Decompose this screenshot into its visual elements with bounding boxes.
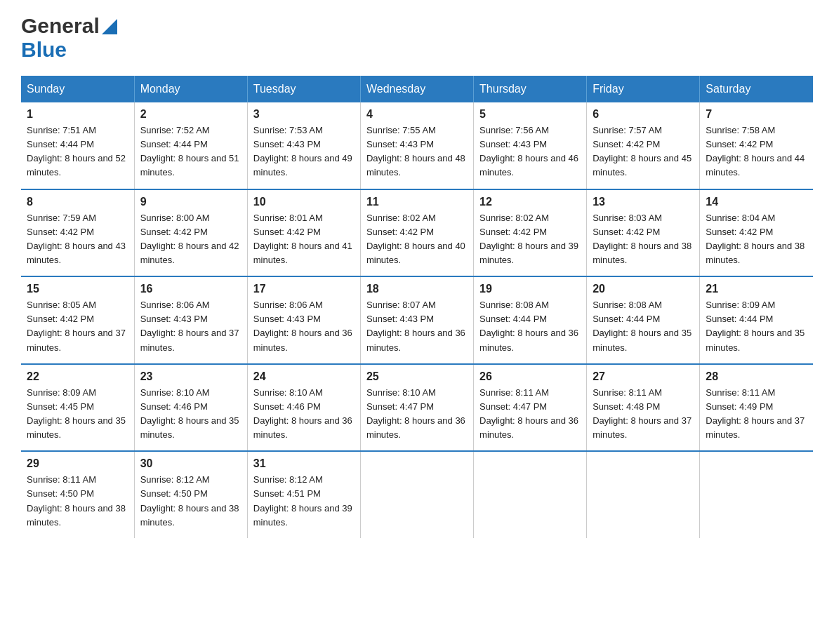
day-info: Sunrise: 8:00 AM Sunset: 4:42 PM Dayligh… bbox=[140, 211, 241, 268]
calendar-cell: 29 Sunrise: 8:11 AM Sunset: 4:50 PM Dayl… bbox=[21, 451, 134, 538]
day-info: Sunrise: 8:10 AM Sunset: 4:47 PM Dayligh… bbox=[366, 386, 468, 443]
day-number: 11 bbox=[366, 196, 468, 208]
calendar-cell bbox=[474, 451, 587, 538]
calendar-cell: 14 Sunrise: 8:04 AM Sunset: 4:42 PM Dayl… bbox=[700, 189, 813, 277]
day-info: Sunrise: 8:01 AM Sunset: 4:42 PM Dayligh… bbox=[253, 211, 355, 268]
day-info: Sunrise: 8:12 AM Sunset: 4:51 PM Dayligh… bbox=[253, 473, 355, 530]
day-info: Sunrise: 8:05 AM Sunset: 4:42 PM Dayligh… bbox=[27, 298, 128, 355]
calendar-cell: 20 Sunrise: 8:08 AM Sunset: 4:44 PM Dayl… bbox=[587, 276, 700, 364]
calendar-cell: 11 Sunrise: 8:02 AM Sunset: 4:42 PM Dayl… bbox=[360, 189, 473, 277]
week-row-3: 15 Sunrise: 8:05 AM Sunset: 4:42 PM Dayl… bbox=[21, 276, 813, 364]
calendar-cell: 28 Sunrise: 8:11 AM Sunset: 4:49 PM Dayl… bbox=[700, 364, 813, 452]
day-info: Sunrise: 8:11 AM Sunset: 4:50 PM Dayligh… bbox=[27, 473, 128, 530]
day-number: 13 bbox=[593, 196, 694, 208]
week-row-4: 22 Sunrise: 8:09 AM Sunset: 4:45 PM Dayl… bbox=[21, 364, 813, 452]
svg-marker-0 bbox=[102, 19, 117, 34]
day-number: 20 bbox=[593, 283, 694, 295]
day-number: 28 bbox=[706, 370, 807, 383]
calendar-cell bbox=[700, 451, 813, 538]
day-number: 29 bbox=[27, 457, 128, 470]
day-number: 31 bbox=[253, 457, 355, 470]
calendar-cell: 31 Sunrise: 8:12 AM Sunset: 4:51 PM Dayl… bbox=[247, 451, 360, 538]
day-number: 25 bbox=[366, 370, 468, 383]
calendar-cell: 22 Sunrise: 8:09 AM Sunset: 4:45 PM Dayl… bbox=[21, 364, 134, 452]
day-info: Sunrise: 8:08 AM Sunset: 4:44 PM Dayligh… bbox=[593, 298, 694, 355]
day-number: 7 bbox=[706, 108, 807, 121]
calendar-cell: 30 Sunrise: 8:12 AM Sunset: 4:50 PM Dayl… bbox=[134, 451, 247, 538]
logo-general: General bbox=[21, 14, 100, 38]
day-number: 21 bbox=[706, 283, 807, 295]
day-info: Sunrise: 8:10 AM Sunset: 4:46 PM Dayligh… bbox=[253, 386, 355, 443]
calendar-header: SundayMondayTuesdayWednesdayThursdayFrid… bbox=[21, 76, 813, 102]
calendar-cell: 25 Sunrise: 8:10 AM Sunset: 4:47 PM Dayl… bbox=[360, 364, 473, 452]
calendar-cell: 15 Sunrise: 8:05 AM Sunset: 4:42 PM Dayl… bbox=[21, 276, 134, 364]
calendar-cell: 7 Sunrise: 7:58 AM Sunset: 4:42 PM Dayli… bbox=[700, 102, 813, 189]
day-number: 17 bbox=[253, 283, 355, 295]
day-number: 27 bbox=[593, 370, 694, 383]
day-info: Sunrise: 7:56 AM Sunset: 4:43 PM Dayligh… bbox=[479, 123, 581, 180]
day-header-row: SundayMondayTuesdayWednesdayThursdayFrid… bbox=[21, 76, 813, 102]
day-number: 14 bbox=[706, 196, 807, 208]
day-header-saturday: Saturday bbox=[700, 76, 813, 102]
day-header-thursday: Thursday bbox=[474, 76, 587, 102]
day-info: Sunrise: 8:07 AM Sunset: 4:43 PM Dayligh… bbox=[366, 298, 468, 355]
calendar-cell: 8 Sunrise: 7:59 AM Sunset: 4:42 PM Dayli… bbox=[21, 189, 134, 277]
calendar-cell: 1 Sunrise: 7:51 AM Sunset: 4:44 PM Dayli… bbox=[21, 102, 134, 189]
day-info: Sunrise: 7:53 AM Sunset: 4:43 PM Dayligh… bbox=[253, 123, 355, 180]
logo-blue: Blue bbox=[21, 38, 67, 61]
day-info: Sunrise: 8:08 AM Sunset: 4:44 PM Dayligh… bbox=[479, 298, 581, 355]
day-number: 19 bbox=[479, 283, 581, 295]
calendar-cell: 16 Sunrise: 8:06 AM Sunset: 4:43 PM Dayl… bbox=[134, 276, 247, 364]
calendar-cell: 27 Sunrise: 8:11 AM Sunset: 4:48 PM Dayl… bbox=[587, 364, 700, 452]
calendar-cell: 19 Sunrise: 8:08 AM Sunset: 4:44 PM Dayl… bbox=[474, 276, 587, 364]
day-number: 3 bbox=[253, 108, 355, 121]
day-info: Sunrise: 7:58 AM Sunset: 4:42 PM Dayligh… bbox=[706, 123, 807, 180]
calendar-cell: 10 Sunrise: 8:01 AM Sunset: 4:42 PM Dayl… bbox=[247, 189, 360, 277]
day-number: 30 bbox=[140, 457, 241, 470]
calendar-cell bbox=[587, 451, 700, 538]
day-info: Sunrise: 8:11 AM Sunset: 4:47 PM Dayligh… bbox=[479, 386, 581, 443]
day-info: Sunrise: 8:02 AM Sunset: 4:42 PM Dayligh… bbox=[479, 211, 581, 268]
day-number: 26 bbox=[479, 370, 581, 383]
day-number: 15 bbox=[27, 283, 128, 295]
day-info: Sunrise: 8:10 AM Sunset: 4:46 PM Dayligh… bbox=[140, 386, 241, 443]
day-info: Sunrise: 7:51 AM Sunset: 4:44 PM Dayligh… bbox=[27, 123, 128, 180]
page-header: General Blue bbox=[21, 14, 813, 62]
day-number: 23 bbox=[140, 370, 241, 383]
day-info: Sunrise: 8:06 AM Sunset: 4:43 PM Dayligh… bbox=[140, 298, 241, 355]
calendar-cell: 12 Sunrise: 8:02 AM Sunset: 4:42 PM Dayl… bbox=[474, 189, 587, 277]
day-info: Sunrise: 8:02 AM Sunset: 4:42 PM Dayligh… bbox=[366, 211, 468, 268]
day-header-friday: Friday bbox=[587, 76, 700, 102]
calendar-cell: 13 Sunrise: 8:03 AM Sunset: 4:42 PM Dayl… bbox=[587, 189, 700, 277]
day-info: Sunrise: 8:04 AM Sunset: 4:42 PM Dayligh… bbox=[706, 211, 807, 268]
calendar-cell bbox=[360, 451, 473, 538]
calendar-cell: 21 Sunrise: 8:09 AM Sunset: 4:44 PM Dayl… bbox=[700, 276, 813, 364]
day-number: 22 bbox=[27, 370, 128, 383]
day-info: Sunrise: 7:59 AM Sunset: 4:42 PM Dayligh… bbox=[27, 211, 128, 268]
day-number: 16 bbox=[140, 283, 241, 295]
calendar-cell: 17 Sunrise: 8:06 AM Sunset: 4:43 PM Dayl… bbox=[247, 276, 360, 364]
day-number: 12 bbox=[479, 196, 581, 208]
calendar-cell: 2 Sunrise: 7:52 AM Sunset: 4:44 PM Dayli… bbox=[134, 102, 247, 189]
day-number: 1 bbox=[27, 108, 128, 121]
calendar-cell: 18 Sunrise: 8:07 AM Sunset: 4:43 PM Dayl… bbox=[360, 276, 473, 364]
day-info: Sunrise: 8:11 AM Sunset: 4:48 PM Dayligh… bbox=[593, 386, 694, 443]
day-info: Sunrise: 8:12 AM Sunset: 4:50 PM Dayligh… bbox=[140, 473, 241, 530]
day-header-wednesday: Wednesday bbox=[360, 76, 473, 102]
day-number: 9 bbox=[140, 196, 241, 208]
calendar-cell: 23 Sunrise: 8:10 AM Sunset: 4:46 PM Dayl… bbox=[134, 364, 247, 452]
logo: General Blue bbox=[21, 14, 117, 62]
day-header-sunday: Sunday bbox=[21, 76, 134, 102]
week-row-5: 29 Sunrise: 8:11 AM Sunset: 4:50 PM Dayl… bbox=[21, 451, 813, 538]
calendar-cell: 5 Sunrise: 7:56 AM Sunset: 4:43 PM Dayli… bbox=[474, 102, 587, 189]
day-number: 2 bbox=[140, 108, 241, 121]
day-number: 4 bbox=[366, 108, 468, 121]
calendar-cell: 24 Sunrise: 8:10 AM Sunset: 4:46 PM Dayl… bbox=[247, 364, 360, 452]
calendar-table: SundayMondayTuesdayWednesdayThursdayFrid… bbox=[21, 76, 813, 538]
calendar-cell: 4 Sunrise: 7:55 AM Sunset: 4:43 PM Dayli… bbox=[360, 102, 473, 189]
calendar-body: 1 Sunrise: 7:51 AM Sunset: 4:44 PM Dayli… bbox=[21, 102, 813, 538]
day-header-monday: Monday bbox=[134, 76, 247, 102]
day-info: Sunrise: 8:03 AM Sunset: 4:42 PM Dayligh… bbox=[593, 211, 694, 268]
day-number: 8 bbox=[27, 196, 128, 208]
week-row-2: 8 Sunrise: 7:59 AM Sunset: 4:42 PM Dayli… bbox=[21, 189, 813, 277]
